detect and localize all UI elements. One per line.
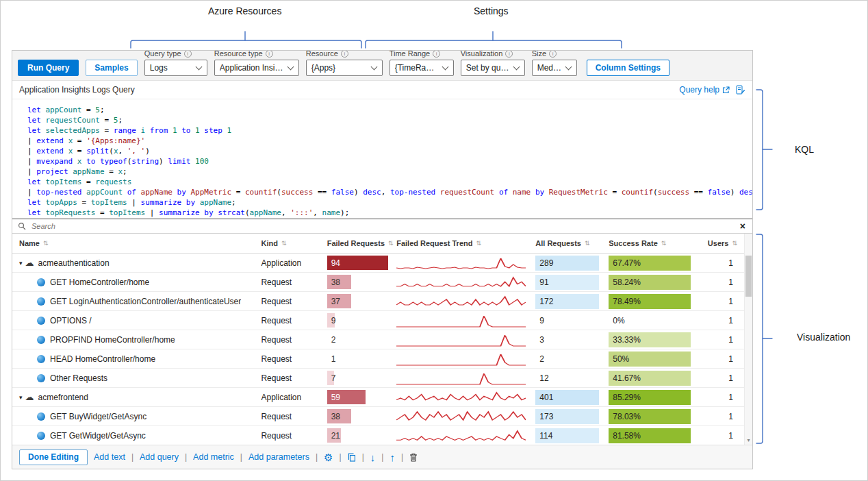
all-requests-cell: 289 <box>535 254 609 272</box>
column-header[interactable]: Failed Request Trend⇅ <box>396 239 535 247</box>
add-query-link[interactable]: Add query <box>140 452 179 462</box>
query-type-dropdown[interactable]: Logs <box>144 60 207 76</box>
close-icon[interactable]: × <box>739 221 747 231</box>
name-cell: ▾☁acmeauthentication <box>12 254 261 272</box>
column-settings-button[interactable]: Column Settings <box>587 60 669 76</box>
success-rate-value: 50% <box>609 352 691 367</box>
run-query-button[interactable]: Run Query <box>18 60 79 76</box>
chevron-down-icon <box>442 64 448 71</box>
failed-requests-cell: 7 <box>327 369 397 387</box>
table-row[interactable]: GET GetWidget/GetAsyncRequest2111481.58%… <box>12 426 744 445</box>
users-cell: 1 <box>700 330 744 349</box>
table-row[interactable]: HEAD HomeController/homeRequest1250%1 <box>12 349 744 369</box>
query-help-link[interactable]: Query help <box>679 85 730 95</box>
time-range-dropdown[interactable]: {TimeRange} <box>390 60 454 76</box>
success-rate-value: 67.47% <box>609 256 691 271</box>
failed-trend-sparkline <box>396 409 526 424</box>
size-dropdown[interactable]: Medium <box>532 60 577 76</box>
add-metric-link[interactable]: Add metric <box>193 452 234 462</box>
chevron-down-icon <box>370 64 377 71</box>
column-header[interactable]: Success Rate⇅ <box>609 239 700 247</box>
success-rate-value: 0% <box>609 313 691 328</box>
trend-cell <box>396 407 535 426</box>
trash-icon[interactable] <box>409 453 418 462</box>
table-row[interactable]: ▾☁acmefrontendApplication5940185.29%1 <box>12 388 744 407</box>
trend-cell <box>396 311 535 330</box>
name-cell: GET BuyWidget/GetAsync <box>12 407 261 426</box>
separator: | <box>362 452 364 462</box>
size-label: Size <box>532 50 546 58</box>
done-editing-button[interactable]: Done Editing <box>19 449 88 465</box>
kql-editor[interactable]: let appCount = 5;let requestCount = 5;le… <box>12 99 752 219</box>
table-row[interactable]: ▾☁acmeauthenticationApplication9428967.4… <box>12 254 744 273</box>
table-row[interactable]: GET BuyWidget/GetAsyncRequest3817378.03%… <box>12 407 744 426</box>
failed-value: 38 <box>331 407 340 426</box>
vertical-scrollbar[interactable]: ▾ <box>744 234 752 445</box>
code-line: let topRequests = topItems | summarize b… <box>27 208 747 218</box>
name-cell: OPTIONS / <box>12 311 261 330</box>
users-cell: 1 <box>700 426 744 445</box>
users-cell: 1 <box>700 311 744 330</box>
code-line: let selectedApps = range i from 1 to 1 s… <box>27 125 747 136</box>
success-rate-cell: 58.24% <box>609 273 700 291</box>
code-line: let appCount = 5; <box>27 105 747 115</box>
column-header[interactable]: Users⇅ <box>700 239 744 247</box>
visualization-dropdown[interactable]: Set by query <box>461 60 525 76</box>
name-cell: GET GetWidget/GetAsync <box>12 426 261 445</box>
add-text-link[interactable]: Add text <box>94 452 125 462</box>
expander-icon[interactable]: ▾ <box>19 260 23 267</box>
feedback-icon[interactable] <box>736 85 745 95</box>
table-row[interactable]: GET LoginAuthenticationController/authen… <box>12 292 744 311</box>
column-header-label: Name <box>19 239 40 247</box>
all-requests-cell: 401 <box>535 388 609 406</box>
failed-trend-sparkline <box>396 256 526 271</box>
trend-cell <box>396 292 535 310</box>
scrollbar-thumb[interactable] <box>745 256 752 297</box>
globe-icon <box>37 412 45 421</box>
info-icon: i <box>433 50 440 58</box>
resource-dropdown[interactable]: {Apps} <box>306 60 383 76</box>
table-row[interactable]: PROPFIND HomeController/homeRequest2333.… <box>12 330 744 349</box>
name-cell: HEAD HomeController/home <box>12 349 261 368</box>
failed-requests-cell: 2 <box>327 330 397 349</box>
gear-icon[interactable]: ⚙ <box>324 452 333 463</box>
separator: | <box>240 452 242 462</box>
table-row[interactable]: Other RequestsRequest71241.67%1 <box>12 369 744 388</box>
expander-icon[interactable]: ▾ <box>19 394 23 401</box>
trend-cell <box>396 349 535 368</box>
move-down-icon[interactable]: ↓ <box>370 452 376 463</box>
resource-type-label: Resource type <box>214 50 263 58</box>
table-row[interactable]: GET HomeController/homeRequest389158.24%… <box>12 273 744 292</box>
users-cell: 1 <box>700 407 744 426</box>
column-header[interactable]: Kind⇅ <box>261 239 327 247</box>
kind-cell: Request <box>261 349 327 368</box>
success-rate-cell: 41.67% <box>609 369 700 387</box>
copy-icon[interactable] <box>348 453 356 462</box>
sort-icon: ⇅ <box>476 240 481 247</box>
column-header[interactable]: All Requests⇅ <box>535 239 609 247</box>
failed-requests-cell: 59 <box>327 388 397 406</box>
column-header[interactable]: Failed Requests⇅ <box>327 239 397 247</box>
move-up-icon[interactable]: ↑ <box>390 452 395 463</box>
globe-icon <box>37 432 45 440</box>
sort-icon: ⇅ <box>388 240 394 247</box>
add-parameters-link[interactable]: Add parameters <box>248 452 309 462</box>
external-link-icon <box>722 86 730 94</box>
scrollbar-down-arrow[interactable]: ▾ <box>745 437 752 443</box>
search-input[interactable] <box>30 221 735 231</box>
samples-button[interactable]: Samples <box>86 60 137 76</box>
all-requests-value: 12 <box>535 371 599 386</box>
cloud-icon: ☁ <box>25 393 34 402</box>
visualization-group: Visualizationi Set by query <box>461 50 525 76</box>
column-header[interactable]: Name⇅ <box>12 239 261 247</box>
column-header-label: Failed Requests <box>327 239 385 247</box>
separator: | <box>185 452 187 462</box>
time-range-group: Time Rangei {TimeRange} <box>390 50 454 76</box>
success-rate-value: 58.24% <box>609 275 691 290</box>
resource-type-dropdown[interactable]: Application Insights <box>214 60 299 76</box>
info-icon: i <box>184 50 192 58</box>
success-rate-value: 78.49% <box>609 294 691 309</box>
failed-value: 38 <box>331 273 340 291</box>
sort-icon: ⇅ <box>281 240 287 247</box>
table-row[interactable]: OPTIONS /Request990%1 <box>12 311 744 330</box>
